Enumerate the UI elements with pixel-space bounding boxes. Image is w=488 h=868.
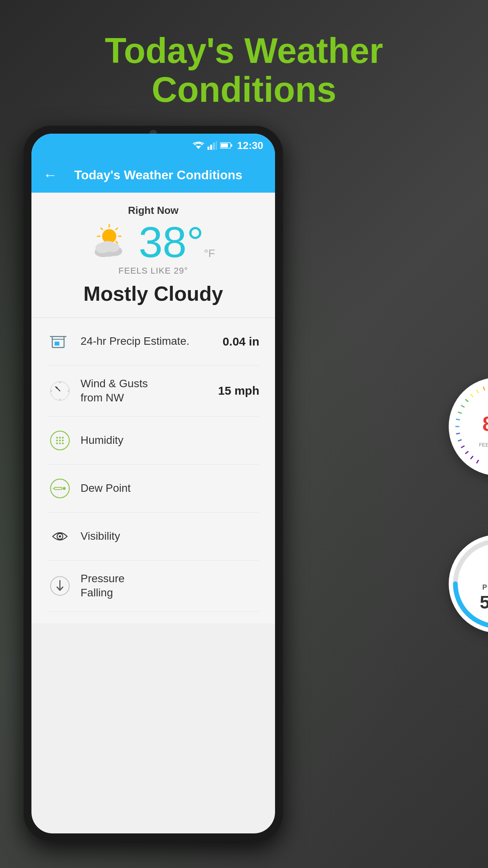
dewpoint-icon (47, 476, 73, 501)
svg-rect-1 (207, 147, 209, 150)
header-title: Today's Weather Conditions (65, 168, 263, 182)
svg-point-81 (455, 541, 488, 626)
svg-line-63 (465, 399, 468, 402)
svg-point-41 (62, 440, 64, 441)
svg-point-36 (56, 437, 58, 439)
right-now-label: Right Now (47, 204, 259, 217)
app-header: ← Today's Weather Conditions (31, 157, 275, 193)
humidity-icon (47, 428, 73, 453)
svg-line-60 (456, 419, 460, 420)
status-time: 12:30 (237, 140, 264, 152)
humidity-label: Humidity (81, 433, 251, 447)
temp-gauge: 81° °F FEELS LIKE 85° Cloudy (449, 377, 488, 476)
svg-line-58 (456, 433, 460, 434)
svg-line-65 (477, 390, 479, 393)
svg-point-40 (59, 440, 61, 441)
svg-line-61 (458, 412, 462, 413)
wind-label: Wind & Gustsfrom NW (81, 377, 210, 405)
wind-value: 15 mph (218, 384, 259, 397)
svg-line-56 (461, 446, 464, 448)
battery-icon (220, 142, 233, 149)
svg-point-39 (56, 440, 58, 441)
svg-line-62 (461, 405, 464, 407)
svg-line-14 (116, 241, 117, 243)
wind-row: Wind & Gustsfrom NW 15 mph (47, 366, 259, 417)
svg-point-47 (63, 487, 66, 490)
condition-text: Mostly Cloudy (47, 282, 259, 305)
temp-value: 38° (139, 218, 204, 266)
svg-point-43 (59, 442, 61, 444)
svg-rect-24 (55, 342, 59, 346)
svg-point-44 (62, 442, 64, 444)
wind-icon (47, 378, 73, 404)
title-line1: Today's Weather (105, 31, 383, 70)
svg-line-57 (458, 440, 462, 441)
wifi-icon (193, 141, 204, 150)
svg-line-66 (483, 387, 484, 390)
svg-point-42 (56, 442, 58, 444)
svg-line-54 (471, 456, 473, 459)
visibility-row: Visibility (47, 513, 259, 561)
precip-arc-svg (449, 535, 488, 633)
svg-rect-3 (213, 143, 215, 150)
svg-rect-7 (221, 143, 228, 147)
signal-icon (207, 141, 217, 150)
svg-marker-0 (196, 146, 201, 149)
pressure-row: PressureFalling (47, 561, 259, 612)
phone-body: 12:30 ← Today's Weather Conditions Right… (24, 126, 283, 841)
weather-icon (92, 224, 131, 261)
svg-point-37 (59, 437, 61, 439)
humidity-row: Humidity (47, 417, 259, 465)
svg-line-13 (101, 228, 103, 230)
temp-section: 38°°F (47, 221, 259, 264)
precip-icon (47, 329, 73, 354)
svg-point-82 (455, 541, 488, 626)
svg-rect-46 (54, 487, 62, 490)
svg-line-55 (465, 451, 468, 454)
status-bar: 12:30 (31, 134, 275, 157)
svg-point-22 (107, 243, 119, 252)
feels-like-label: FEELS LIKE 29° (47, 266, 259, 276)
title-line2: Conditions (152, 70, 336, 109)
partly-cloudy-icon (92, 224, 131, 259)
temp-unit: °F (204, 247, 215, 259)
svg-point-38 (62, 437, 64, 439)
visibility-label: Visibility (81, 529, 251, 543)
temperature: 38°°F (139, 218, 215, 266)
svg-line-15 (116, 228, 117, 230)
svg-rect-6 (231, 144, 232, 147)
phone-screen: 12:30 ← Today's Weather Conditions Right… (31, 134, 275, 833)
temp-display: 38°°F (139, 221, 215, 264)
main-content: Right Now (31, 193, 275, 623)
dewpoint-label: Dew Point (81, 481, 251, 495)
svg-line-53 (477, 460, 479, 463)
phone-container: 12:30 ← Today's Weather Conditions Right… (24, 126, 476, 852)
gauge-dial-svg (449, 377, 488, 476)
pressure-label: PressureFalling (81, 572, 251, 600)
precip-value: 0.04 in (223, 335, 259, 348)
svg-point-50 (59, 535, 61, 538)
svg-rect-4 (216, 141, 217, 150)
dewpoint-row: Dew Point (47, 465, 259, 513)
precip-label: 24-hr Precip Estimate. (81, 334, 215, 348)
page-title: Today's Weather Conditions (0, 31, 488, 109)
pressure-icon (47, 573, 73, 599)
precip-gauge: PRECIP 50% (449, 535, 488, 633)
precip-row: 24-hr Precip Estimate. 0.04 in (47, 318, 259, 366)
svg-rect-2 (210, 145, 212, 150)
back-button[interactable]: ← (43, 167, 57, 183)
visibility-icon (47, 524, 73, 549)
svg-line-64 (471, 394, 473, 397)
status-icons (193, 141, 233, 150)
